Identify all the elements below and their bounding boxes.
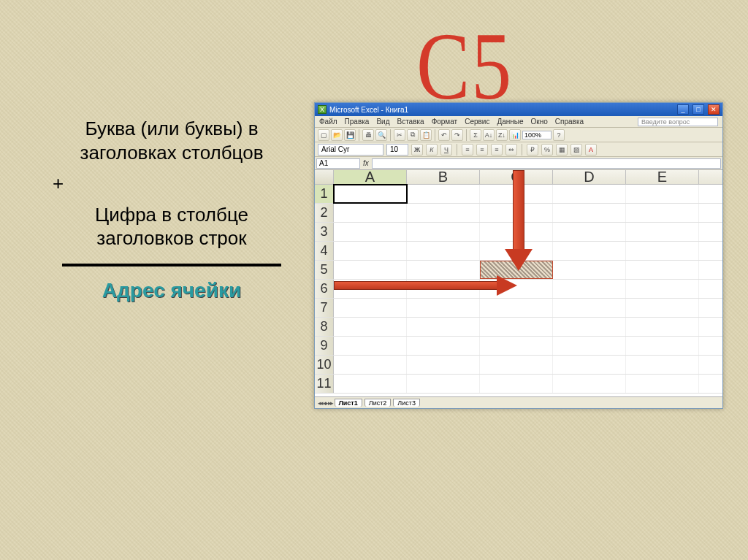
row-header-7[interactable]: 7: [315, 299, 334, 317]
row-header-11[interactable]: 11: [315, 375, 334, 393]
cell[interactable]: [334, 375, 407, 393]
row-header-8[interactable]: 8: [315, 318, 334, 336]
menu-file[interactable]: Файл: [319, 118, 337, 126]
cell-c5[interactable]: [480, 261, 553, 279]
menu-format[interactable]: Формат: [432, 118, 458, 126]
italic-icon[interactable]: К: [426, 144, 438, 156]
preview-icon[interactable]: 🔍: [375, 129, 387, 141]
minimize-button[interactable]: _: [677, 104, 689, 115]
cell[interactable]: [553, 242, 626, 260]
row-header-4[interactable]: 4: [315, 242, 334, 260]
cell[interactable]: [480, 337, 553, 355]
row-header-10[interactable]: 10: [315, 356, 334, 374]
cell[interactable]: [334, 261, 407, 279]
font-size-box[interactable]: 10: [386, 144, 408, 156]
undo-icon[interactable]: ↶: [438, 129, 450, 141]
cell[interactable]: [407, 318, 480, 336]
new-icon[interactable]: ▢: [318, 129, 329, 141]
cell[interactable]: [553, 223, 626, 241]
bold-icon[interactable]: Ж: [411, 144, 423, 156]
sort-asc-icon[interactable]: A↓: [483, 129, 495, 141]
col-header-d[interactable]: D: [553, 170, 626, 184]
underline-icon[interactable]: Ч: [440, 144, 452, 156]
maximize-button[interactable]: □: [692, 104, 704, 115]
fx-icon[interactable]: fx: [363, 159, 369, 167]
cell[interactable]: [334, 318, 407, 336]
cell[interactable]: [334, 242, 407, 260]
align-left-icon[interactable]: ≡: [462, 144, 473, 156]
merge-icon[interactable]: ⇔: [505, 144, 517, 156]
cell[interactable]: [553, 204, 626, 222]
print-icon[interactable]: 🖶: [362, 129, 374, 141]
sum-icon[interactable]: Σ: [470, 129, 481, 141]
name-box[interactable]: A1: [316, 158, 360, 169]
cell[interactable]: [407, 356, 480, 374]
cell[interactable]: [553, 356, 626, 374]
tab-sheet3[interactable]: Лист3: [393, 399, 420, 407]
cell[interactable]: [626, 204, 699, 222]
cell[interactable]: [480, 223, 553, 241]
cell[interactable]: [407, 261, 480, 279]
cell[interactable]: [407, 299, 480, 317]
help-icon[interactable]: ?: [553, 129, 565, 141]
cell[interactable]: [334, 356, 407, 374]
cell[interactable]: [553, 375, 626, 393]
cell[interactable]: [626, 318, 699, 336]
col-header-a[interactable]: A: [334, 170, 407, 184]
col-header-e[interactable]: E: [626, 170, 699, 184]
tab-sheet2[interactable]: Лист2: [365, 399, 392, 407]
cell[interactable]: [553, 299, 626, 317]
open-icon[interactable]: 📂: [331, 129, 343, 141]
cell[interactable]: [553, 280, 626, 298]
cell[interactable]: [626, 356, 699, 374]
cell[interactable]: [480, 242, 553, 260]
cell[interactable]: [480, 185, 553, 203]
cell[interactable]: [407, 375, 480, 393]
row-header-3[interactable]: 3: [315, 223, 334, 241]
currency-icon[interactable]: ₽: [527, 144, 538, 156]
chart-icon[interactable]: 📊: [509, 129, 521, 141]
cell[interactable]: [480, 204, 553, 222]
menu-window[interactable]: Окно: [531, 118, 548, 126]
cell-a1[interactable]: [334, 185, 407, 203]
cell[interactable]: [407, 242, 480, 260]
cell[interactable]: [626, 223, 699, 241]
menu-tools[interactable]: Сервис: [465, 118, 489, 126]
close-button[interactable]: ✕: [708, 104, 720, 115]
cell[interactable]: [626, 185, 699, 203]
cell[interactable]: [480, 375, 553, 393]
tab-nav-buttons[interactable]: ◂◂ ◂ ▸ ▸▸: [318, 399, 332, 407]
cell[interactable]: [334, 299, 407, 317]
help-search-box[interactable]: Введите вопрос: [638, 118, 718, 126]
font-color-icon[interactable]: A: [585, 144, 597, 156]
redo-icon[interactable]: ↷: [451, 129, 463, 141]
borders-icon[interactable]: ▦: [556, 144, 568, 156]
zoom-box[interactable]: 100%: [522, 131, 552, 139]
cell[interactable]: [626, 299, 699, 317]
row-header-6[interactable]: 6: [315, 280, 334, 298]
cell[interactable]: [407, 280, 480, 298]
cell[interactable]: [407, 337, 480, 355]
cell[interactable]: [334, 280, 407, 298]
tab-sheet1[interactable]: Лист1: [335, 399, 362, 407]
cell[interactable]: [626, 337, 699, 355]
font-name-box[interactable]: Arial Cyr: [318, 144, 383, 156]
row-header-1[interactable]: 1: [315, 185, 334, 203]
row-header-9[interactable]: 9: [315, 337, 334, 355]
cell[interactable]: [407, 223, 480, 241]
paste-icon[interactable]: 📋: [420, 129, 432, 141]
menu-insert[interactable]: Вставка: [397, 118, 424, 126]
cell[interactable]: [553, 261, 626, 279]
save-icon[interactable]: 💾: [344, 129, 356, 141]
select-all-corner[interactable]: [315, 170, 334, 184]
cell[interactable]: [480, 356, 553, 374]
cell[interactable]: [553, 185, 626, 203]
menu-view[interactable]: Вид: [376, 118, 389, 126]
cell[interactable]: [480, 280, 553, 298]
menu-edit[interactable]: Правка: [345, 118, 370, 126]
col-header-b[interactable]: B: [407, 170, 480, 184]
row-header-5[interactable]: 5: [315, 261, 334, 279]
cell[interactable]: [334, 337, 407, 355]
cell[interactable]: [334, 204, 407, 222]
align-right-icon[interactable]: ≡: [491, 144, 503, 156]
